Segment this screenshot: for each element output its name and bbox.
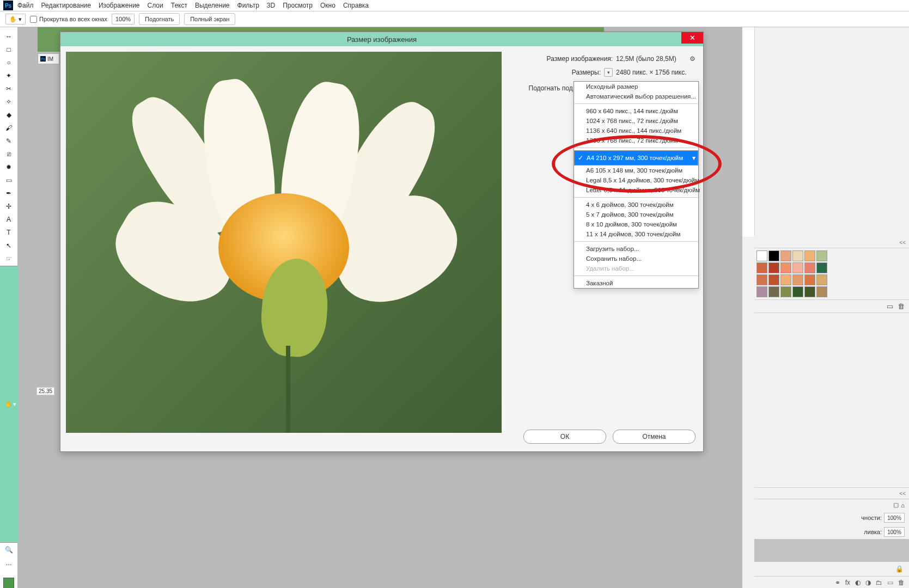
menu-select[interactable]: Выделение bbox=[195, 2, 230, 9]
dropdown-item[interactable]: Автоматический выбор разрешения... bbox=[574, 91, 698, 101]
tool-pencil[interactable]: ✎ bbox=[2, 135, 15, 147]
swatch[interactable] bbox=[792, 250, 803, 261]
swatch[interactable] bbox=[780, 262, 791, 273]
swatch[interactable] bbox=[768, 274, 779, 285]
delete-icon[interactable]: 🗑 bbox=[898, 579, 905, 586]
tool-opts-hand-icon[interactable]: ✋ ▾ bbox=[5, 14, 26, 24]
menu-3d[interactable]: 3D bbox=[267, 2, 275, 9]
tool-eyedrop[interactable]: ✧ bbox=[2, 96, 15, 108]
tool-path[interactable]: ↖ bbox=[2, 240, 15, 252]
tool-type[interactable]: T bbox=[2, 226, 15, 238]
swatch[interactable] bbox=[804, 286, 815, 297]
swatch[interactable] bbox=[816, 274, 827, 285]
menu-layers[interactable]: Слои bbox=[148, 2, 163, 9]
dropdown-item[interactable]: 960 x 640 пикс., 144 пикс./дюйм bbox=[574, 106, 698, 116]
swatch[interactable] bbox=[792, 286, 803, 297]
swatch[interactable] bbox=[804, 262, 815, 273]
dims-menu-icon[interactable]: ▾ bbox=[604, 68, 613, 77]
adjust-icon[interactable]: ◑ bbox=[865, 579, 871, 586]
fill-value[interactable]: 100% bbox=[884, 527, 905, 537]
swatch[interactable] bbox=[757, 286, 767, 297]
swatch[interactable] bbox=[757, 274, 767, 285]
tool-pen[interactable]: A bbox=[2, 213, 15, 225]
ok-button[interactable]: ОК bbox=[523, 430, 606, 444]
swatch[interactable] bbox=[768, 262, 779, 273]
dropdown-item[interactable]: Сохранить набор... bbox=[574, 254, 698, 264]
dropdown-item[interactable]: 1366 x 768 пикс., 72 пикс./дюйм bbox=[574, 136, 698, 145]
layers-collapse-icon[interactable]: << bbox=[754, 488, 909, 499]
fullscreen-button[interactable]: Полный экран bbox=[184, 13, 235, 25]
zoom-level[interactable]: 100% bbox=[112, 14, 135, 24]
panel-collapse-icon[interactable]: << bbox=[754, 237, 909, 248]
trash-icon[interactable]: 🗑 bbox=[898, 302, 905, 310]
swatch[interactable] bbox=[804, 250, 815, 261]
dropdown-item[interactable]: 1024 x 768 пикс., 72 пикс./дюйм bbox=[574, 116, 698, 126]
gear-icon[interactable]: ⚙ bbox=[690, 55, 696, 63]
close-icon[interactable]: ✕ bbox=[681, 32, 703, 44]
tool-smudge[interactable]: ✒ bbox=[2, 187, 15, 199]
tool-shape[interactable]: ☞ bbox=[2, 253, 15, 265]
dropdown-item[interactable]: Исходный размер bbox=[574, 82, 698, 91]
fit-button[interactable]: Подогнать bbox=[139, 13, 180, 25]
dropdown-item[interactable]: A6 105 x 148 мм, 300 точек/дюйм bbox=[574, 166, 698, 175]
new-layer-icon[interactable]: ▭ bbox=[887, 302, 893, 310]
tool-eraser[interactable]: ✹ bbox=[2, 161, 15, 173]
menu-filter[interactable]: Фильтр bbox=[237, 2, 259, 9]
dropdown-item[interactable]: 8 x 10 дюймов, 300 точек/дюйм bbox=[574, 219, 698, 229]
swatch[interactable] bbox=[768, 286, 779, 297]
menu-image[interactable]: Изображение bbox=[99, 2, 140, 9]
menu-help[interactable]: Справка bbox=[343, 2, 369, 9]
swatch[interactable] bbox=[780, 250, 791, 261]
opacity-value[interactable]: 100% bbox=[884, 513, 905, 523]
tool-wand[interactable]: ✦ bbox=[2, 70, 15, 82]
layer-list[interactable] bbox=[754, 539, 909, 562]
tool-lasso[interactable]: ○ bbox=[2, 57, 15, 69]
tool-marquee[interactable]: □ bbox=[2, 44, 15, 56]
menu-view[interactable]: Просмотр bbox=[283, 2, 313, 9]
dropdown-item[interactable]: Загрузить набор... bbox=[574, 244, 698, 254]
fg-color-swatch[interactable] bbox=[3, 578, 14, 588]
scroll-all-check[interactable]: Прокрутка во всех окнах bbox=[30, 16, 107, 23]
swatch[interactable] bbox=[757, 250, 767, 261]
tool-heal[interactable]: ◆ bbox=[2, 109, 15, 121]
tool-clone[interactable]: ⎚ bbox=[2, 148, 15, 160]
tool-brush[interactable]: 🖌 bbox=[2, 122, 15, 134]
fx-icon[interactable]: fx bbox=[845, 579, 850, 586]
swatch[interactable] bbox=[780, 286, 791, 297]
perspective-icon[interactable]: ⌂ bbox=[901, 502, 905, 509]
tool-crop[interactable]: ✂ bbox=[2, 83, 15, 95]
tool-more[interactable]: … bbox=[2, 557, 15, 569]
tool-zoom[interactable]: 🔍 bbox=[2, 544, 15, 556]
document-tab[interactable]: PsIM bbox=[38, 53, 59, 64]
dropdown-item[interactable]: A4 210 x 297 мм, 300 точек/дюйм bbox=[574, 150, 698, 166]
dropdown-item[interactable]: 4 x 6 дюймов, 300 точек/дюйм bbox=[574, 200, 698, 210]
swatch[interactable] bbox=[816, 250, 827, 261]
dropdown-item[interactable]: 11 x 14 дюймов, 300 точек/дюйм bbox=[574, 229, 698, 239]
folder-icon[interactable]: 🗀 bbox=[876, 579, 882, 586]
dropdown-item[interactable]: Заказной bbox=[574, 278, 698, 288]
swatch[interactable] bbox=[816, 262, 827, 273]
swatch[interactable] bbox=[792, 274, 803, 285]
new-icon[interactable]: ▭ bbox=[887, 579, 893, 586]
swatch[interactable] bbox=[792, 262, 803, 273]
menu-text[interactable]: Текст bbox=[171, 2, 187, 9]
swatch[interactable] bbox=[768, 250, 779, 261]
tool-hand[interactable]: ✋ bbox=[0, 266, 19, 543]
cancel-button[interactable]: Отмена bbox=[613, 430, 696, 444]
link-icon[interactable]: ⚭ bbox=[835, 579, 840, 586]
dropdown-item[interactable]: Legal 8,5 x 14 дюймов, 300 точек/дюйм bbox=[574, 175, 698, 185]
crop-icon[interactable]: ▢ bbox=[893, 501, 899, 509]
lock-icon[interactable]: 🔒 bbox=[895, 565, 904, 573]
dropdown-item[interactable]: 1136 x 640 пикс., 144 пикс./дюйм bbox=[574, 126, 698, 136]
dropdown-item[interactable]: Letter 8,5 x 11 дюймов, 300 точек/дюйм bbox=[574, 185, 698, 195]
swatch[interactable] bbox=[816, 286, 827, 297]
mask-icon[interactable]: ◐ bbox=[855, 579, 861, 586]
tool-move[interactable]: ↔ bbox=[2, 30, 15, 42]
menu-edit[interactable]: Редактирование bbox=[41, 2, 91, 9]
dropdown-item[interactable]: 5 x 7 дюймов, 300 точек/дюйм bbox=[574, 210, 698, 219]
swatch[interactable] bbox=[804, 274, 815, 285]
tool-dodge[interactable]: ✢ bbox=[2, 200, 15, 212]
menu-file[interactable]: Файл bbox=[17, 2, 34, 9]
swatch[interactable] bbox=[780, 274, 791, 285]
swatch[interactable] bbox=[757, 262, 767, 273]
